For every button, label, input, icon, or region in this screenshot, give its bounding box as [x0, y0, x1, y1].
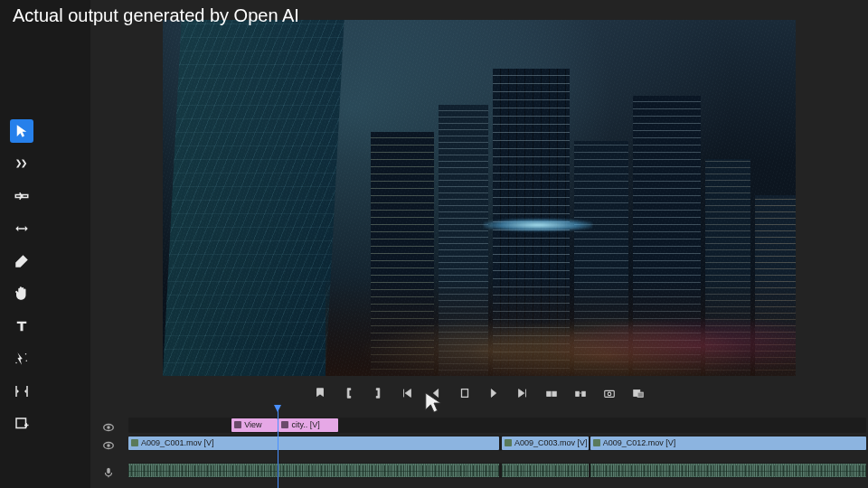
ripple-edit-icon[interactable] — [10, 184, 33, 208]
type-tool-icon[interactable] — [10, 314, 33, 338]
lift-icon[interactable] — [543, 385, 560, 401]
clip[interactable]: A009_C003.mov [V] — [502, 436, 589, 450]
clip[interactable]: city.. [V] — [278, 418, 337, 432]
svg-point-16 — [107, 444, 110, 447]
svg-point-0 — [25, 353, 27, 355]
svg-point-1 — [15, 362, 17, 364]
add-edit-icon[interactable] — [10, 412, 33, 436]
go-to-in-icon[interactable] — [399, 385, 415, 401]
svg-rect-17 — [107, 468, 110, 474]
step-forward-icon[interactable] — [486, 385, 502, 401]
transport-controls — [163, 381, 796, 405]
svg-rect-4 — [462, 389, 468, 398]
go-to-out-icon[interactable] — [514, 385, 531, 401]
svg-rect-3 — [16, 418, 26, 428]
rate-stretch-icon[interactable] — [10, 380, 33, 403]
track-v1[interactable]: A009_C001.mov [V]A009_C003.mov [V]A009_C… — [128, 436, 866, 451]
marker-icon[interactable] — [312, 385, 328, 401]
program-monitor[interactable] — [163, 20, 796, 376]
track-select-forward-icon[interactable] — [10, 152, 33, 175]
selection-tool-icon[interactable] — [10, 119, 33, 143]
svg-point-10 — [608, 392, 611, 396]
slip-tool-icon[interactable] — [10, 217, 33, 240]
toggle-multicam-icon[interactable] — [630, 385, 646, 401]
export-frame-icon[interactable] — [601, 385, 618, 401]
remix-tool-icon[interactable] — [10, 347, 33, 371]
svg-point-2 — [26, 361, 28, 362]
svg-rect-9 — [605, 390, 615, 397]
play-icon[interactable] — [457, 385, 473, 401]
svg-rect-7 — [576, 391, 580, 396]
audio-clip[interactable] — [128, 464, 499, 477]
track-v2-visibility-icon[interactable] — [98, 419, 119, 436]
svg-rect-12 — [637, 392, 643, 397]
clip[interactable]: A009_C001.mov [V] — [128, 436, 499, 450]
svg-rect-6 — [552, 391, 556, 396]
clip[interactable]: A009_C012.mov [V] — [590, 436, 866, 450]
playhead[interactable] — [278, 405, 278, 488]
audio-clip[interactable] — [502, 464, 589, 477]
main-panel: Viewcity.. [V] A009_C001.mov [V]A009_C00… — [90, 0, 868, 488]
track-v1-visibility-icon[interactable] — [98, 437, 119, 454]
tool-palette — [7, 117, 36, 437]
audio-clip[interactable] — [590, 464, 866, 477]
svg-rect-8 — [582, 391, 586, 396]
clip[interactable]: View — [231, 418, 278, 432]
step-back-icon[interactable] — [428, 385, 444, 401]
overlay-caption: Actual output generated by Open AI — [13, 5, 299, 26]
track-a1-mic-icon[interactable] — [98, 465, 119, 481]
svg-point-14 — [107, 426, 110, 429]
hand-tool-icon[interactable] — [10, 282, 33, 305]
track-v2[interactable]: Viewcity.. [V] — [128, 418, 866, 433]
out-bracket-icon[interactable] — [370, 385, 386, 401]
timeline-panel: Viewcity.. [V] A009_C001.mov [V]A009_C00… — [90, 418, 868, 488]
svg-rect-5 — [547, 391, 551, 396]
in-bracket-icon[interactable] — [341, 385, 357, 401]
extract-icon[interactable] — [572, 385, 589, 401]
pen-tool-icon[interactable] — [10, 249, 33, 273]
track-a1[interactable] — [128, 463, 866, 478]
